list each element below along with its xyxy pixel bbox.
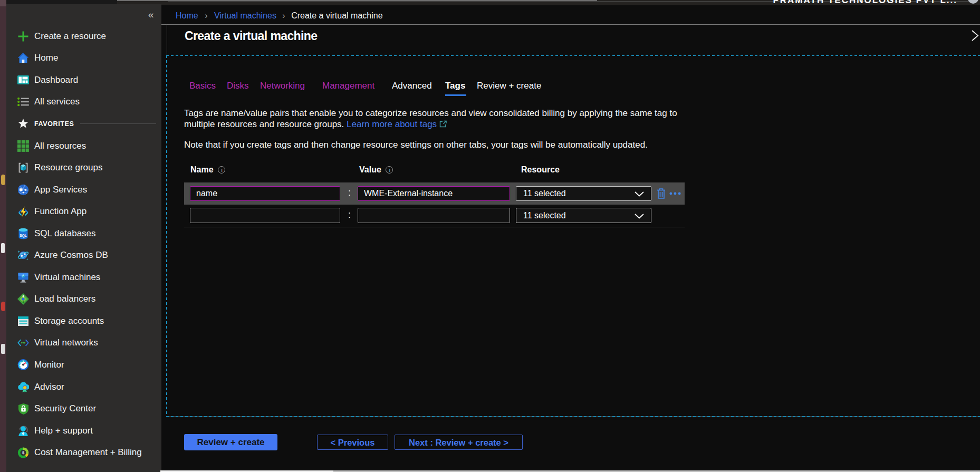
svg-text:SQL: SQL xyxy=(20,233,26,237)
